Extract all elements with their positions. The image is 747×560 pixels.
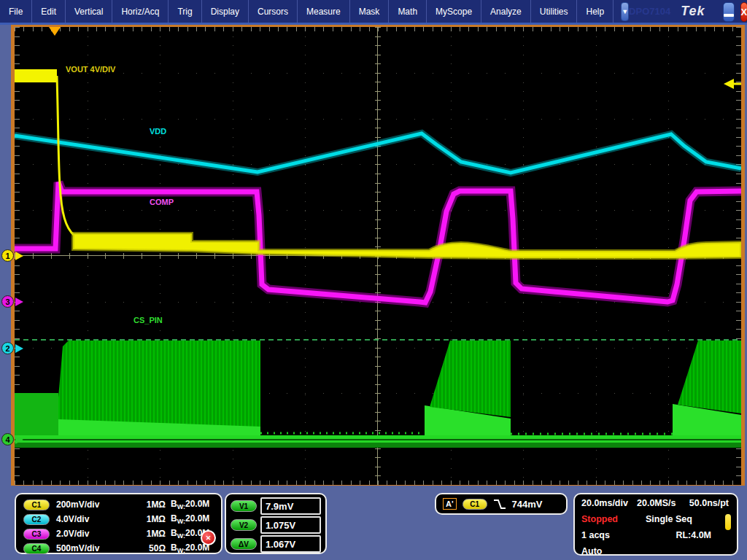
vout-band bbox=[73, 233, 741, 258]
v1-badge[interactable]: V1 bbox=[231, 500, 257, 512]
minimize-button[interactable] bbox=[723, 2, 735, 22]
trigger-level-arrow[interactable] bbox=[724, 79, 734, 89]
menu-bar: File Edit Vertical Horiz/Acq Trig Displa… bbox=[0, 0, 747, 23]
channel-row-c1[interactable]: C1 200mV/div 1MΩ BW:20.0M bbox=[23, 497, 215, 512]
v2-value: 1.075V bbox=[260, 516, 321, 534]
tek-logo: Tek bbox=[681, 4, 705, 19]
c4-badge[interactable]: C4 bbox=[23, 543, 50, 554]
cursor-row-v2: V2 1.075V bbox=[231, 516, 321, 534]
c3-scale: 2.0V/div bbox=[56, 529, 135, 539]
cursor-readout-panel: V1 7.9mV V2 1.075V ΔV 1.067V bbox=[225, 493, 327, 554]
falling-edge-icon bbox=[493, 499, 506, 510]
cs-pin-baseline-core bbox=[15, 439, 741, 440]
ch4-marker-arrow bbox=[15, 435, 23, 444]
menu-vertical[interactable]: Vertical bbox=[66, 0, 112, 23]
channel-row-c3[interactable]: C3 2.0V/div 1MΩ BW:20.0M bbox=[23, 526, 215, 541]
delta-v-value: 1.067V bbox=[260, 535, 321, 553]
menu-dropdown-button[interactable]: ▼ bbox=[621, 2, 629, 21]
menu-help[interactable]: Help bbox=[577, 0, 614, 23]
model-label: DPO7104 bbox=[629, 6, 670, 17]
ch1-marker-arrow bbox=[15, 252, 23, 260]
menu-utilities[interactable]: Utilities bbox=[531, 0, 578, 23]
c1-impedance: 1MΩ bbox=[135, 499, 166, 510]
chevron-down-icon: ▼ bbox=[622, 8, 628, 15]
menu-measure[interactable]: Measure bbox=[298, 0, 350, 23]
ch4-position-marker[interactable]: 4 bbox=[1, 433, 14, 446]
c4-impedance: 50Ω bbox=[135, 543, 166, 553]
c1-scale: 200mV/div bbox=[56, 499, 135, 510]
menu-trig[interactable]: Trig bbox=[169, 0, 201, 23]
c3-badge[interactable]: C3 bbox=[23, 529, 50, 540]
c1-badge[interactable]: C1 bbox=[23, 499, 50, 510]
cs-pin-label: CS_PIN bbox=[133, 316, 163, 324]
ch2-position-marker[interactable]: 2 bbox=[1, 342, 14, 354]
cs-pin-baseline-under bbox=[15, 443, 741, 448]
thermometer-icon bbox=[725, 514, 731, 530]
close-icon: X bbox=[741, 7, 747, 18]
menu-math[interactable]: Math bbox=[389, 0, 427, 23]
cs-pin-burst1 bbox=[58, 341, 260, 434]
ch1-position-marker[interactable]: 1 bbox=[1, 249, 14, 262]
v1-value: 7.9mV bbox=[260, 497, 321, 515]
timebase-panel: 20.0ms/div 20.0MS/s 50.0ns/pt Stopped Si… bbox=[573, 493, 738, 556]
delta-v-badge[interactable]: ΔV bbox=[231, 538, 257, 550]
record-length: RL:4.0M bbox=[676, 530, 711, 540]
menu-display[interactable]: Display bbox=[202, 0, 249, 23]
waveform-traces bbox=[15, 27, 741, 485]
timebase-scale: 20.0ms/div bbox=[581, 498, 628, 508]
acq-count-row: 1 acqs RL:4.0M bbox=[581, 530, 730, 543]
vout-high-band bbox=[15, 69, 57, 82]
acq-count: 1 acqs bbox=[581, 530, 610, 540]
acq-status: Stopped bbox=[581, 514, 618, 524]
channel-row-c2[interactable]: C2 4.0V/div 1MΩ BW:20.0M bbox=[23, 512, 215, 526]
channel-row-c4[interactable]: C4 500mV/div 50Ω BW:20.0M bbox=[23, 541, 215, 556]
trigger-position-marker[interactable] bbox=[49, 27, 61, 36]
cs-pin-burst3 bbox=[678, 341, 741, 413]
sample-resolution: 50.0ns/pt bbox=[689, 498, 729, 508]
graticule: VOUT 4V/DIV VDD COMP CS_PIN bbox=[15, 27, 741, 485]
status-bar: C1 200mV/div 1MΩ BW:20.0M C2 4.0V/div 1M… bbox=[0, 488, 747, 560]
menu-analyze[interactable]: Analyze bbox=[481, 0, 531, 23]
menu-horiz-acq[interactable]: Horiz/Acq bbox=[112, 0, 169, 23]
trigger-panel[interactable]: A' C1 744mV bbox=[435, 493, 568, 515]
vdd-label: VDD bbox=[150, 127, 166, 136]
comp-label: COMP bbox=[150, 198, 174, 206]
waveform-screen: VOUT 4V/DIV VDD COMP CS_PIN bbox=[15, 27, 741, 485]
acq-status-row: Stopped Single Seq bbox=[581, 514, 730, 527]
c2-scale: 4.0V/div bbox=[56, 514, 135, 524]
acq-mode: Single Seq bbox=[646, 514, 692, 524]
sample-rate: 20.0MS/s bbox=[637, 498, 676, 508]
timebase-row: 20.0ms/div 20.0MS/s 50.0ns/pt bbox=[581, 498, 730, 511]
c4-scale: 500mV/div bbox=[56, 543, 135, 553]
c3-impedance: 1MΩ bbox=[135, 529, 166, 539]
c2-badge[interactable]: C2 bbox=[23, 514, 50, 525]
trigger-source-badge: C1 bbox=[462, 499, 487, 510]
vout-label: VOUT 4V/DIV bbox=[66, 65, 115, 74]
v2-badge[interactable]: V2 bbox=[231, 519, 257, 531]
menu-mask[interactable]: Mask bbox=[350, 0, 390, 23]
cursor-row-dv: ΔV 1.067V bbox=[231, 534, 321, 553]
cs-pin-pre-burst bbox=[15, 393, 58, 435]
menu-cursors[interactable]: Cursors bbox=[249, 0, 298, 23]
ch2-marker-arrow bbox=[15, 344, 23, 353]
trigger-mode-auto: Auto bbox=[581, 546, 602, 556]
close-button[interactable]: X bbox=[740, 2, 747, 22]
trigger-mode-badge: A' bbox=[443, 498, 457, 510]
minimize-icon bbox=[724, 14, 734, 17]
menu-file[interactable]: File bbox=[0, 0, 32, 23]
trigger-level-value: 744mV bbox=[512, 499, 543, 510]
error-icon[interactable]: ✕ bbox=[201, 530, 216, 545]
menu-myscope[interactable]: MyScope bbox=[427, 0, 481, 23]
c2-bandwidth: BW:20.0M bbox=[171, 513, 209, 525]
ch3-marker-arrow bbox=[15, 298, 23, 306]
channel-settings-panel: C1 200mV/div 1MΩ BW:20.0M C2 4.0V/div 1M… bbox=[15, 493, 222, 554]
ch3-position-marker[interactable]: 3 bbox=[1, 295, 14, 308]
cursor-row-v1: V1 7.9mV bbox=[231, 497, 321, 516]
cs-pin-burst2 bbox=[430, 341, 511, 417]
menu-edit[interactable]: Edit bbox=[32, 0, 66, 23]
trig-mode-row: Auto bbox=[581, 546, 730, 559]
display-frame: VOUT 4V/DIV VDD COMP CS_PIN 1 3 2 4 bbox=[0, 23, 747, 488]
c2-impedance: 1MΩ bbox=[135, 514, 166, 524]
c1-bandwidth: BW:20.0M bbox=[171, 499, 209, 510]
vdd-trace bbox=[15, 133, 741, 173]
